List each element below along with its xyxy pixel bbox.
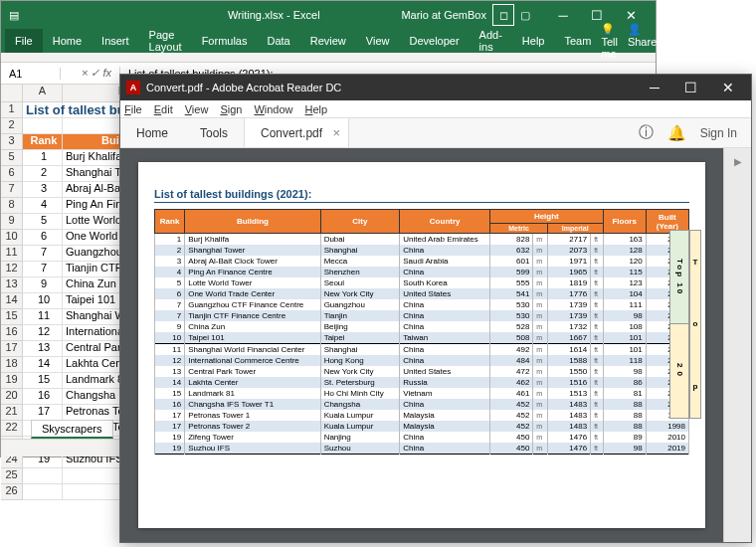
collapse-icon[interactable]: ▶: [734, 156, 742, 167]
row-header[interactable]: 15: [1, 309, 23, 325]
row-header[interactable]: 11: [1, 246, 23, 262]
cell-rank[interactable]: 14: [23, 357, 63, 373]
row-header[interactable]: 14: [1, 293, 23, 309]
title-cell[interactable]: List of tallest buildings (2021):: [23, 102, 63, 118]
table-row: 17Petronas Tower 1Kuala LumpurMalaysia45…: [155, 410, 689, 421]
menu-help[interactable]: Help: [305, 103, 328, 115]
hdr-rank[interactable]: Rank: [23, 134, 63, 150]
col-header[interactable]: A: [23, 85, 63, 101]
row-header[interactable]: 16: [1, 325, 23, 341]
cell-rank[interactable]: 6: [23, 230, 63, 246]
table-row: 9China ZunBeijingChina528m1732ft1082018: [155, 321, 689, 332]
cell-rank[interactable]: 4: [23, 198, 63, 214]
menu-file[interactable]: File: [124, 103, 142, 115]
row-header[interactable]: 13: [1, 277, 23, 293]
row-header[interactable]: 1: [1, 102, 23, 118]
row-header[interactable]: 3: [1, 134, 23, 150]
row-header[interactable]: 6: [1, 166, 23, 182]
autosave-icon: ▤: [9, 9, 19, 22]
ribbon-tab-insert[interactable]: Insert: [92, 29, 139, 53]
cell-rank[interactable]: 7: [23, 262, 63, 277]
ribbon-tab-file[interactable]: File: [5, 29, 43, 53]
acrobat-menubar: FileEditViewSignWindowHelp: [120, 100, 751, 118]
menu-edit[interactable]: Edit: [154, 103, 173, 115]
row-header[interactable]: 21: [1, 405, 23, 421]
ribbon-tab-review[interactable]: Review: [300, 29, 356, 53]
cell-rank[interactable]: 12: [23, 325, 63, 341]
cell-rank[interactable]: 5: [23, 214, 63, 230]
page-scroll-area[interactable]: List of tallest buildings (2021): Rank B…: [120, 148, 723, 542]
cell-rank[interactable]: 2: [23, 166, 63, 182]
menu-window[interactable]: Window: [254, 103, 292, 115]
table-row: 2Shanghai TowerShanghaiChina632m2073ft12…: [155, 245, 689, 256]
notification-icon[interactable]: 🔔: [667, 124, 686, 142]
acrobat-titlebar: A Convert.pdf - Adobe Acrobat Reader DC …: [120, 75, 751, 100]
fx-label[interactable]: × ✓ fx: [61, 67, 120, 80]
th-height: Height: [490, 210, 603, 224]
th-floors: Floors: [603, 210, 646, 234]
row-header[interactable]: 22: [1, 421, 23, 437]
close-button[interactable]: ✕: [614, 8, 648, 23]
signin-button[interactable]: Sign In: [700, 126, 737, 140]
tellme-button[interactable]: 💡 Tell me: [601, 23, 618, 60]
cell-rank[interactable]: 13: [23, 341, 63, 357]
row-header[interactable]: 17: [1, 341, 23, 357]
table-row: 5Lotte World TowerSeoulSouth Korea555m18…: [155, 277, 689, 288]
row-header[interactable]: 20: [1, 389, 23, 405]
share-button[interactable]: 👤 Share: [628, 23, 657, 60]
menu-view[interactable]: View: [185, 103, 209, 115]
cell-rank[interactable]: 7: [23, 246, 63, 262]
cell-rank[interactable]: 15: [23, 373, 63, 389]
ribbon-tab-home[interactable]: Home: [43, 29, 92, 53]
sheet-tab[interactable]: Skyscrapers: [31, 420, 113, 439]
ribbon-tab-help[interactable]: Help: [512, 29, 555, 53]
user-avatar-icon[interactable]: ◻: [492, 4, 514, 26]
row-header[interactable]: 9: [1, 214, 23, 230]
close-tab-icon[interactable]: ×: [332, 125, 340, 140]
acrobat-toolbar: Home Tools Convert.pdf × ⓘ 🔔 Sign In: [120, 118, 751, 148]
row-header[interactable]: 10: [1, 230, 23, 246]
close-button[interactable]: ✕: [711, 80, 745, 95]
cell-rank[interactable]: 17: [23, 405, 63, 421]
document-tab-label: Convert.pdf: [261, 126, 322, 140]
ribbon-tab-add-ins[interactable]: Add-ins: [470, 29, 512, 53]
cell-rank[interactable]: 10: [23, 293, 63, 309]
select-all-corner[interactable]: [1, 85, 23, 101]
cell-rank[interactable]: 9: [23, 277, 63, 293]
cell-rank[interactable]: 16: [23, 389, 63, 405]
help-icon[interactable]: ⓘ: [639, 123, 654, 142]
ribbon-tab-page-layout[interactable]: Page Layout: [139, 29, 192, 53]
maximize-button[interactable]: ☐: [674, 80, 708, 95]
row-header[interactable]: 2: [1, 118, 23, 134]
tools-button[interactable]: Tools: [184, 118, 244, 147]
cell-rank[interactable]: 3: [23, 182, 63, 198]
document-tab[interactable]: Convert.pdf ×: [244, 118, 349, 147]
pdf-page: List of tallest buildings (2021): Rank B…: [138, 162, 705, 528]
menu-sign[interactable]: Sign: [220, 103, 242, 115]
acrobat-rightbar[interactable]: ▶: [723, 148, 751, 542]
row-header[interactable]: 7: [1, 182, 23, 198]
ribbon-tab-view[interactable]: View: [356, 29, 400, 53]
table-row: 13Central Park TowerNew York CityUnited …: [155, 366, 689, 377]
side-top10: Top 10: [669, 230, 689, 324]
table-row: 1Burj KhalifaDubaiUnited Arab Emirates82…: [155, 234, 689, 246]
name-box[interactable]: A1: [1, 68, 61, 80]
row-header[interactable]: 18: [1, 357, 23, 373]
minimize-button[interactable]: ─: [638, 80, 671, 95]
cell-rank[interactable]: 11: [23, 309, 63, 325]
home-button[interactable]: Home: [120, 118, 184, 147]
ribbon-tab-team[interactable]: Team: [554, 29, 601, 53]
ribbon-options-icon[interactable]: ▢: [520, 9, 530, 22]
row-header[interactable]: 5: [1, 150, 23, 166]
table-row: 7Tianjin CTF Finance CentreTianjinChina5…: [155, 310, 689, 321]
minimize-button[interactable]: ─: [546, 8, 580, 23]
ribbon-tab-developer[interactable]: Developer: [399, 29, 469, 53]
row-header[interactable]: 12: [1, 262, 23, 277]
maximize-button[interactable]: ☐: [580, 8, 614, 23]
ribbon-tab-data[interactable]: Data: [257, 29, 299, 53]
cell-rank[interactable]: 1: [23, 150, 63, 166]
ribbon-tab-formulas[interactable]: Formulas: [192, 29, 258, 53]
row-header[interactable]: 19: [1, 373, 23, 389]
pdf-table: Rank Building City Country Height Floors…: [154, 209, 689, 455]
row-header[interactable]: 8: [1, 198, 23, 214]
